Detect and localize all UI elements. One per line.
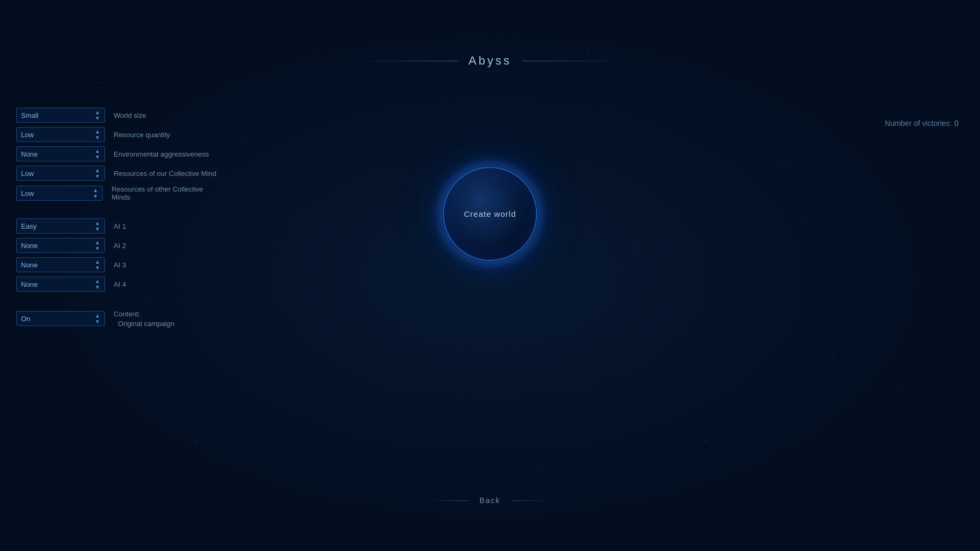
create-world-label: Create world bbox=[464, 209, 516, 218]
ai1-value: Easy bbox=[21, 222, 37, 230]
resources-other-label: Resources of other Collective Minds bbox=[111, 185, 221, 201]
world-size-label: World size bbox=[114, 111, 146, 119]
ai1-arrow-icon: ▲▼ bbox=[95, 220, 100, 232]
ai3-row: None ▲▼ AI 3 bbox=[16, 257, 221, 272]
ai3-value: None bbox=[21, 261, 38, 269]
ai4-arrow-icon: ▲▼ bbox=[95, 278, 100, 290]
ai4-row: None ▲▼ AI 4 bbox=[16, 277, 221, 292]
back-button[interactable]: Back bbox=[468, 493, 511, 508]
ai2-label: AI 2 bbox=[114, 242, 126, 250]
world-size-arrow-icon: ▲▼ bbox=[95, 109, 100, 121]
ai1-label: AI 1 bbox=[114, 222, 126, 230]
resource-quantity-label: Resource quantity bbox=[114, 131, 170, 139]
ai1-dropdown[interactable]: Easy ▲▼ bbox=[16, 218, 105, 234]
resource-quantity-arrow-icon: ▲▼ bbox=[95, 129, 100, 140]
resources-our-value: Low bbox=[21, 169, 34, 178]
ai4-label: AI 4 bbox=[114, 280, 126, 288]
settings-panel: Small ▲▼ World size Low ▲▼ Resource quan… bbox=[16, 108, 221, 336]
resource-quantity-value: Low bbox=[21, 131, 34, 139]
ai2-value: None bbox=[21, 242, 38, 250]
back-line-left bbox=[425, 500, 468, 501]
ai2-dropdown[interactable]: None ▲▼ bbox=[16, 238, 105, 253]
title-line-left bbox=[350, 61, 458, 61]
content-option-row: On ▲▼ Content: Original campaign bbox=[16, 309, 174, 328]
content-arrow-icon: ▲▼ bbox=[95, 313, 100, 324]
resource-quantity-row: Low ▲▼ Resource quantity bbox=[16, 127, 221, 142]
back-line-right bbox=[512, 500, 555, 501]
resources-other-dropdown[interactable]: Low ▲▼ bbox=[16, 186, 103, 201]
content-option-label: On bbox=[21, 315, 30, 323]
content-section: On ▲▼ Content: Original campaign bbox=[16, 309, 221, 333]
content-label: Content: bbox=[114, 310, 140, 318]
victories-count: 0 bbox=[954, 119, 958, 128]
environmental-aggressiveness-row: None ▲▼ Environmental aggressiveness bbox=[16, 146, 221, 161]
ai2-row: None ▲▼ AI 2 bbox=[16, 238, 221, 253]
environmental-aggressiveness-value: None bbox=[21, 150, 38, 158]
world-size-row: Small ▲▼ World size bbox=[16, 108, 221, 123]
content-value: Original campaign bbox=[118, 320, 174, 328]
resources-other-row: Low ▲▼ Resources of other Collective Min… bbox=[16, 185, 221, 201]
content-dropdown[interactable]: On ▲▼ bbox=[16, 311, 105, 326]
environmental-aggressiveness-dropdown[interactable]: None ▲▼ bbox=[16, 146, 105, 161]
victories-area: Number of victories: 0 bbox=[885, 118, 958, 128]
title-line-right bbox=[522, 61, 630, 61]
ai4-dropdown[interactable]: None ▲▼ bbox=[16, 277, 105, 292]
world-size-dropdown[interactable]: Small ▲▼ bbox=[16, 108, 105, 123]
content-info: Content: Original campaign bbox=[114, 309, 174, 328]
resources-our-row: Low ▲▼ Resources of our Collective Mind bbox=[16, 166, 221, 181]
create-world-button[interactable]: Create world bbox=[443, 167, 537, 261]
ai2-arrow-icon: ▲▼ bbox=[95, 239, 100, 251]
ai4-value: None bbox=[21, 280, 38, 288]
resources-our-label: Resources of our Collective Mind bbox=[114, 169, 216, 178]
resources-other-arrow-icon: ▲▼ bbox=[93, 187, 98, 199]
resource-quantity-dropdown[interactable]: Low ▲▼ bbox=[16, 127, 105, 142]
resources-our-arrow-icon: ▲▼ bbox=[95, 167, 100, 179]
world-size-value: Small bbox=[21, 111, 39, 119]
ai3-label: AI 3 bbox=[114, 261, 126, 269]
environmental-aggressiveness-label: Environmental aggressiveness bbox=[114, 150, 209, 158]
environmental-aggressiveness-arrow-icon: ▲▼ bbox=[95, 148, 100, 160]
ai1-row: Easy ▲▼ AI 1 bbox=[16, 218, 221, 234]
title-area: Abyss bbox=[0, 54, 980, 68]
resources-our-dropdown[interactable]: Low ▲▼ bbox=[16, 166, 105, 181]
create-world-container: Create world bbox=[443, 167, 537, 261]
resources-other-value: Low bbox=[21, 189, 34, 197]
ai3-dropdown[interactable]: None ▲▼ bbox=[16, 257, 105, 272]
page-title: Abyss bbox=[458, 54, 522, 68]
victories-label: Number of victories: bbox=[885, 119, 951, 128]
ai3-arrow-icon: ▲▼ bbox=[95, 259, 100, 271]
back-area: Back bbox=[425, 493, 554, 508]
